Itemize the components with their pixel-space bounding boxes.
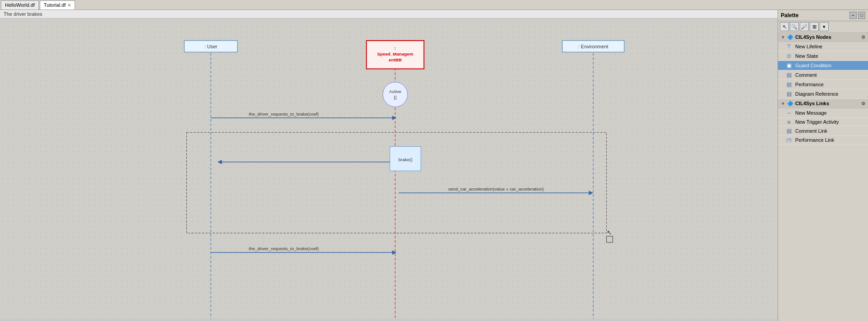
nodes-expand-icon: ▼ [781,35,785,40]
svg-text:the_driver_requests_to_brake(c: the_driver_requests_to_brake(coef) [249,112,319,116]
palette-item-guard-condition[interactable]: ▣ Guard Condition [778,61,868,70]
palette-item-comment[interactable]: ▤ Comment [778,70,868,80]
guard-condition-label: Guard Condition [795,63,831,68]
palette-arrow-tool[interactable]: ↖ [780,22,789,31]
svg-marker-23 [589,191,594,195]
svg-text:↖: ↖ [607,229,612,236]
svg-text:the_driver_requests_to_brake(c: the_driver_requests_to_brake(coef) [249,246,319,251]
palette-grid-btn[interactable]: ⊞ [810,22,819,31]
palette-maximize-icon[interactable]: □ [858,12,865,19]
new-trigger-activity-label: New Trigger Activity [795,119,839,125]
palette-zoom-in-btn[interactable]: 🔍 [790,22,799,31]
palette-section-links[interactable]: ▼ 🔷 CIL4Sys Links ⚙ [778,99,868,108]
svg-text:{}: {} [394,95,397,100]
new-message-label: New Message [795,110,827,116]
svg-text:entBB: entBB [389,57,402,62]
trigger-icon: ⊛ [785,120,793,125]
dropdown-icon: ▾ [823,24,826,30]
palette-header-icons: − □ [849,12,865,19]
palette-item-new-lifeline[interactable]: ⊤ New Lifeline [778,42,868,51]
svg-text:Active: Active [389,89,401,94]
tab-tutorial-label: Tutorial.df [44,2,66,8]
performance-link-label: Performance Link [795,137,834,143]
svg-marker-26 [392,250,396,255]
palette-title: Palette [781,12,798,19]
diagram-title-text: The driver brakes [4,11,42,17]
diagram-title: The driver brakes [0,10,778,19]
palette-dropdown-btn[interactable]: ▾ [820,22,829,31]
links-expand-icon: ▼ [781,101,785,106]
links-section-icon: 🔷 [787,100,793,107]
links-settings-icon[interactable]: ⚙ [861,101,865,106]
tab-helloworld[interactable]: HelloWorld.df [1,0,39,9]
new-state-label: New State [795,53,818,59]
svg-text:: User: : User [204,44,217,49]
tabs-bar: HelloWorld.df Tutorial.df ✕ [0,0,868,10]
tab-helloworld-label: HelloWorld.df [5,2,35,8]
palette-toolbar: ↖ 🔍 🔎 ⊞ ▾ [778,21,868,33]
diagram-area: The driver brakes : User : Speed_Managem… [0,10,778,321]
performance-label: Performance [795,82,824,87]
svg-text:: Environment: : Environment [578,44,608,49]
palette-header: Palette − □ [778,10,868,21]
palette-item-comment-link[interactable]: ▤ Comment Link [778,126,868,136]
new-lifeline-label: New Lifeline [795,44,822,49]
palette-item-diagram-reference[interactable]: ▤ Diagram Reference [778,89,868,99]
tab-tutorial-close[interactable]: ✕ [67,3,71,8]
zoom-in-icon: 🔍 [791,24,797,30]
links-section-label: CIL4Sys Links [795,101,829,106]
comment-icon: ▤ [785,72,793,78]
diagram-svg: : User : Speed_Managem entBB : Environme… [0,19,778,319]
palette-section-nodes[interactable]: ▼ 🔷 CIL4Sys Nodes ⚙ [778,33,868,42]
palette-item-new-state[interactable]: ⊙ New State [778,51,868,61]
svg-rect-29 [607,236,613,242]
main-layout: The driver brakes : User : Speed_Managem… [0,10,868,321]
diagram-canvas[interactable]: : User : Speed_Managem entBB : Environme… [0,19,778,319]
zoom-out-icon: 🔎 [801,24,807,30]
lifeline-icon: ⊤ [785,43,793,50]
svg-text::: : [395,46,396,51]
comment-link-icon: ▤ [785,128,793,134]
svg-text:Speed_Managem: Speed_Managem [377,51,413,56]
palette-minimize-icon[interactable]: − [849,12,857,19]
comment-label: Comment [795,72,817,78]
svg-text:send_car_acceleration(value = : send_car_acceleration(value = car_accele… [448,186,544,191]
svg-marker-15 [392,116,396,120]
comment-link-label: Comment Link [795,128,827,134]
palette-item-new-trigger-activity[interactable]: ⊛ New Trigger Activity [778,118,868,126]
grid-icon: ⊞ [812,24,816,30]
performance-icon: ▤ [785,81,793,88]
palette-zoom-out-btn[interactable]: 🔎 [800,22,809,31]
palette-item-performance-link[interactable]: (?) Performance Link [778,136,868,144]
palette-panel: Palette − □ ↖ 🔍 🔎 ⊞ ▾ [778,10,868,321]
message-icon: → [785,110,793,116]
nodes-section-icon: 🔷 [787,34,793,40]
diagram-reference-label: Diagram Reference [795,91,838,97]
state-icon: ⊙ [785,53,793,59]
perf-link-icon: (?) [785,138,793,142]
palette-item-performance[interactable]: ▤ Performance [778,80,868,89]
nodes-section-label: CIL4Sys Nodes [795,34,831,40]
arrow-icon: ↖ [783,24,787,30]
guard-icon: ▣ [785,62,793,69]
svg-marker-21 [217,160,222,164]
svg-text:brake(): brake() [398,157,412,162]
palette-item-new-message[interactable]: → New Message [778,108,868,118]
diagram-ref-icon: ▤ [785,91,793,97]
nodes-settings-icon[interactable]: ⚙ [861,35,865,40]
tab-tutorial[interactable]: Tutorial.df ✕ [40,0,75,9]
